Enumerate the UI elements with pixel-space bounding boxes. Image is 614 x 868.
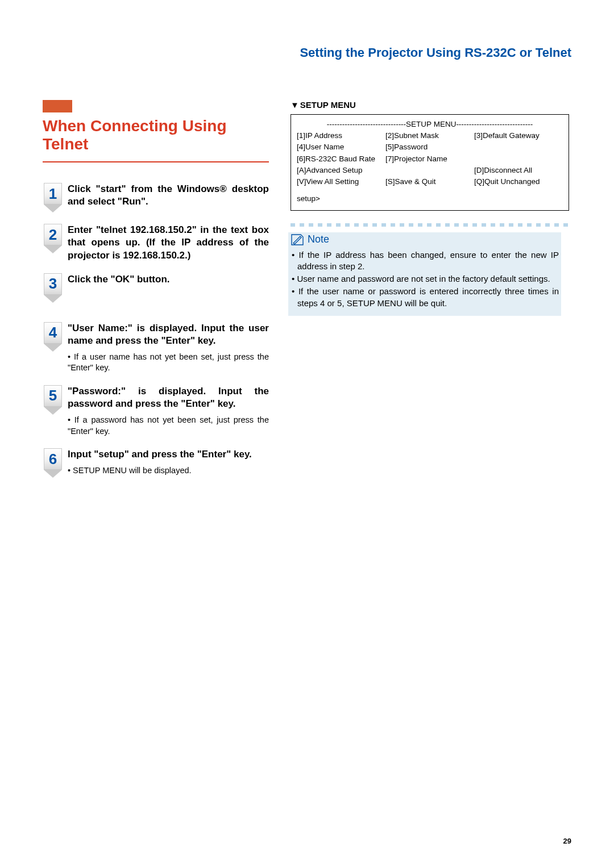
setup-cell: [7]Projector Name — [385, 154, 474, 164]
setup-cell: [5]Password — [385, 142, 474, 152]
setup-cell: [S]Save & Quit — [385, 177, 474, 187]
setup-cell: [1]IP Address — [297, 131, 385, 141]
step-text: Enter "telnet 192.168.150.2" in the text… — [68, 224, 269, 261]
chevron-down-icon — [44, 470, 62, 478]
step-text: "Password:" is displayed. Input the pass… — [68, 385, 269, 410]
setup-cell: [6]RS-232C Baud Rate — [297, 154, 385, 164]
setup-cell: [Q]Quit Unchanged — [474, 177, 563, 187]
note-box: Note If the IP address has been changed,… — [288, 232, 561, 316]
step-number: 3 — [44, 273, 62, 295]
chevron-down-icon — [44, 245, 62, 253]
note-label: Note — [308, 233, 329, 245]
step-text: Input "setup" and press the "Enter" key. — [68, 448, 269, 461]
section-title: When Connecting Using Telnet — [43, 117, 269, 153]
setup-cell: [2]Subnet Mask — [385, 131, 474, 141]
step-number: 4 — [44, 322, 62, 344]
section-rule — [43, 161, 269, 162]
setup-menu-box: -------------------------------SETUP MEN… — [291, 114, 569, 211]
step-number: 5 — [44, 385, 62, 407]
chevron-down-icon — [44, 205, 62, 212]
step-text: Click the "OK" button. — [68, 273, 269, 286]
setup-cell — [474, 142, 563, 152]
setup-menu-dashline: -------------------------------SETUP MEN… — [297, 119, 563, 130]
step-subtext: SETUP MENU will be displayed. — [68, 465, 269, 477]
chevron-down-icon — [44, 407, 62, 415]
pencil-icon — [291, 233, 304, 246]
note-item: If the IP address has been changed, ensu… — [291, 249, 559, 273]
setup-cell: [3]Default Gateway — [474, 131, 563, 141]
note-item: If the user name or password is entered … — [291, 286, 559, 309]
setup-cell: [V]View All Setting — [297, 177, 385, 187]
page-number: 29 — [563, 837, 571, 845]
step-subtext: If a password has not yet been set, just… — [68, 415, 269, 437]
chevron-down-icon — [44, 295, 62, 303]
setup-cell — [474, 154, 563, 164]
setup-prompt: setup> — [297, 194, 563, 204]
page-header: Setting the Projector Using RS-232C or T… — [43, 45, 571, 60]
section-accent-bar — [43, 100, 72, 112]
step-text: "User Name:" is displayed. Input the use… — [68, 322, 269, 347]
step-5: 5 "Password:" is displayed. Input the pa… — [43, 385, 269, 437]
step-number: 2 — [44, 224, 62, 245]
step-1: 1 Click "start" from the Windows® deskto… — [43, 183, 269, 212]
setup-menu-grid: [1]IP Address [2]Subnet Mask [3]Default … — [297, 131, 563, 187]
setup-menu-label: SETUP MENU — [291, 100, 569, 110]
note-item: User name and password are not set in th… — [291, 273, 559, 285]
note-divider — [291, 223, 569, 227]
setup-cell: [4]User Name — [297, 142, 385, 152]
setup-cell: [D]Disconnect All — [474, 165, 563, 176]
chevron-down-icon — [44, 344, 62, 352]
step-number: 1 — [44, 183, 62, 205]
setup-cell — [385, 165, 474, 176]
step-2: 2 Enter "telnet 192.168.150.2" in the te… — [43, 224, 269, 261]
step-4: 4 "User Name:" is displayed. Input the u… — [43, 322, 269, 374]
step-6: 6 Input "setup" and press the "Enter" ke… — [43, 448, 269, 478]
step-text: Click "start" from the Windows® desktop … — [68, 183, 269, 208]
setup-cell: [A]Advanced Setup — [297, 165, 385, 176]
step-subtext: If a user name has not yet been set, jus… — [68, 352, 269, 374]
step-number: 6 — [44, 448, 62, 470]
step-3: 3 Click the "OK" button. — [43, 273, 269, 303]
